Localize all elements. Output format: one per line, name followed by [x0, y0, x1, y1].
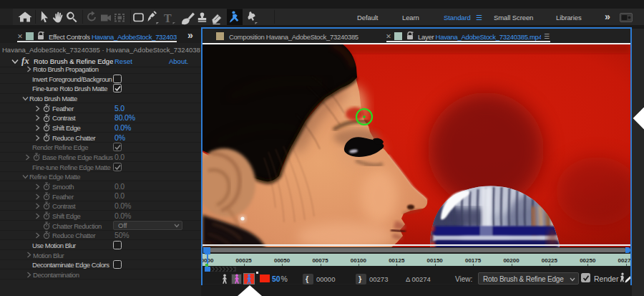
svg-text:T: T	[164, 12, 172, 24]
